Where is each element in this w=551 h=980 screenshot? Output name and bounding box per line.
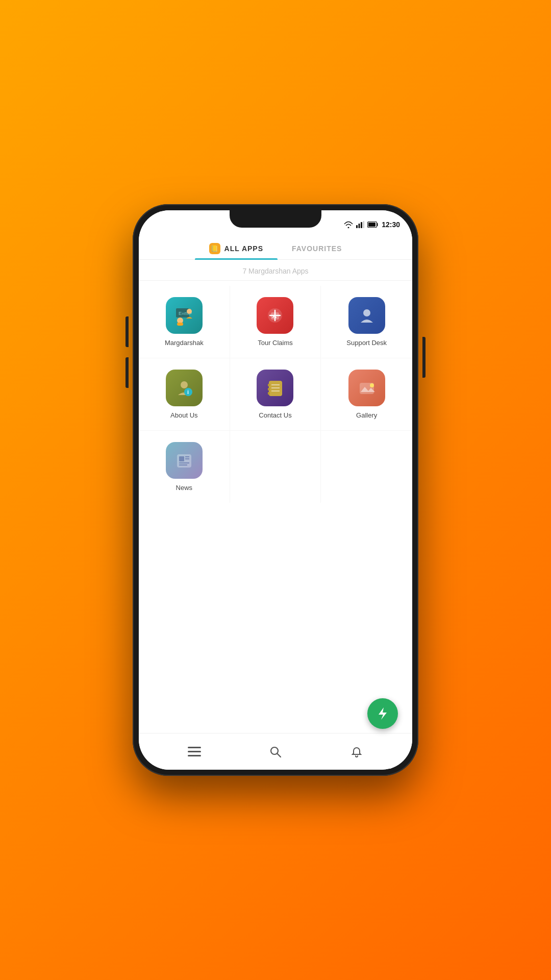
app-item-support-desk[interactable]: Support Desk xyxy=(321,286,412,358)
app-icon-margdarshak: E=mc² xyxy=(166,297,203,334)
tab-all-apps[interactable]: 📒 ALL APPS xyxy=(195,238,278,259)
wifi-icon xyxy=(344,221,353,228)
tab-bar: 📒 ALL APPS FAVOURITES xyxy=(139,231,412,260)
app-icon-tour-claims xyxy=(257,297,293,334)
svg-text:i: i xyxy=(187,389,189,395)
notch xyxy=(230,210,321,228)
svg-rect-19 xyxy=(268,388,270,390)
bottom-nav xyxy=(139,733,412,770)
svg-rect-2 xyxy=(361,222,362,228)
tab-all-apps-icon: 📒 xyxy=(209,243,220,254)
svg-point-13 xyxy=(363,309,370,316)
app-icon-gallery xyxy=(348,370,385,406)
svg-rect-20 xyxy=(268,392,270,395)
svg-rect-27 xyxy=(179,456,184,461)
svg-point-14 xyxy=(181,381,188,388)
tab-favourites[interactable]: FAVOURITES xyxy=(278,239,356,258)
svg-rect-18 xyxy=(268,384,270,386)
app-icon-contact-us xyxy=(257,370,293,406)
nav-menu[interactable] xyxy=(182,739,207,765)
svg-point-8 xyxy=(187,309,192,314)
apps-grid: E=mc² Margdarshak xyxy=(139,281,412,733)
app-icon-about-us: i xyxy=(166,370,203,406)
phone-outer: 12:30 📒 ALL APPS FAVOURITES 7 Margdarsha… xyxy=(133,204,418,776)
apps-row-1: E=mc² Margdarshak xyxy=(139,286,412,358)
app-label-margdarshak: Margdarshak xyxy=(165,339,204,347)
clock: 12:30 xyxy=(382,220,400,229)
section-title: 7 Margdarshan Apps xyxy=(139,260,412,281)
apps-row-2: i About Us xyxy=(139,358,412,431)
app-item-gallery[interactable]: Gallery xyxy=(321,358,412,430)
apps-row-3: News xyxy=(139,431,412,503)
app-item-tour-claims[interactable]: Tour Claims xyxy=(230,286,321,358)
app-label-support-desk: Support Desk xyxy=(346,339,387,347)
search-icon xyxy=(269,746,282,758)
app-item-contact-us[interactable]: Contact Us xyxy=(230,358,321,430)
volume-up-button[interactable] xyxy=(126,316,129,347)
svg-rect-3 xyxy=(363,221,365,228)
signal-icon xyxy=(356,221,364,228)
volume-down-button[interactable] xyxy=(126,357,129,388)
app-icon-support-desk xyxy=(348,297,385,334)
app-label-news: News xyxy=(176,484,193,492)
svg-rect-34 xyxy=(188,755,201,756)
svg-rect-33 xyxy=(188,751,201,752)
svg-rect-32 xyxy=(188,747,201,748)
menu-icon xyxy=(188,747,201,757)
svg-point-25 xyxy=(370,383,374,387)
app-icon-news xyxy=(166,442,203,479)
bell-icon xyxy=(350,746,363,758)
app-label-about-us: About Us xyxy=(170,411,197,419)
app-label-contact-us: Contact Us xyxy=(259,411,291,419)
svg-rect-17 xyxy=(269,381,282,396)
lightning-icon xyxy=(375,706,390,721)
app-item-about-us[interactable]: i About Us xyxy=(139,358,230,430)
svg-rect-5 xyxy=(368,223,375,227)
svg-rect-1 xyxy=(359,224,360,228)
svg-rect-0 xyxy=(356,225,358,228)
phone-screen: 12:30 📒 ALL APPS FAVOURITES 7 Margdarsha… xyxy=(139,210,412,770)
status-icons: 12:30 xyxy=(344,220,400,229)
tab-favourites-label: FAVOURITES xyxy=(292,244,342,253)
empty-slot-2 xyxy=(321,431,412,503)
tab-all-apps-label: ALL APPS xyxy=(224,244,263,253)
svg-rect-10 xyxy=(177,323,183,326)
empty-slot-1 xyxy=(230,431,321,503)
nav-notifications[interactable] xyxy=(344,739,369,765)
power-button[interactable] xyxy=(422,337,425,378)
fab-button[interactable] xyxy=(367,698,398,729)
nav-search[interactable] xyxy=(263,739,288,765)
app-label-gallery: Gallery xyxy=(356,411,377,419)
app-item-news[interactable]: News xyxy=(139,431,230,503)
battery-icon xyxy=(367,222,379,228)
app-item-margdarshak[interactable]: E=mc² Margdarshak xyxy=(139,286,230,358)
app-label-tour-claims: Tour Claims xyxy=(258,339,293,347)
